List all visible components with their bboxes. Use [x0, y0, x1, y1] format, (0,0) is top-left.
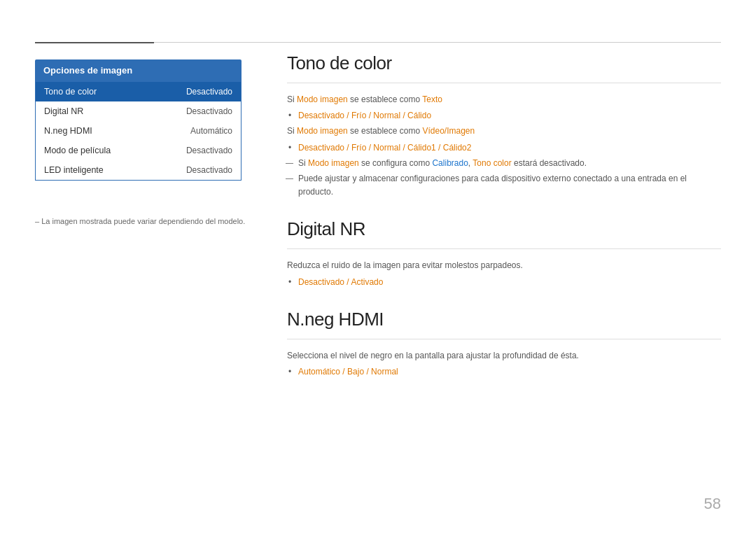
- sidebar-item-nneg-hdmi[interactable]: N.neg HDMI Automático: [36, 121, 241, 141]
- section-title-tono-de-color: Tono de color: [287, 52, 721, 74]
- inline-blue: Calibrado: [432, 158, 468, 168]
- sidebar-item-label: Tono de color: [44, 87, 97, 97]
- section-digital-nr: Digital NR Reduzca el ruido de la imagen…: [287, 218, 721, 288]
- sidebar-item-value: Desactivado: [186, 106, 232, 116]
- inline-orange: Modo imagen: [308, 158, 359, 168]
- page-number: 58: [704, 495, 721, 513]
- section-divider: [287, 248, 721, 249]
- sidebar-item-label: LED inteligente: [44, 165, 104, 175]
- note-item: Puede ajustar y almacenar configuracione…: [298, 172, 721, 199]
- inline-orange: Automático / Bajo / Normal: [298, 367, 398, 377]
- sidebar-item-value: Desactivado: [186, 87, 232, 97]
- section-text: Si Modo imagen se establece como Vídeo/I…: [287, 125, 721, 138]
- inline-orange: Modo imagen: [297, 126, 348, 136]
- inline-orange: Modo imagen: [297, 94, 348, 104]
- sidebar-title: Opciones de imagen: [35, 59, 241, 81]
- sidebar-item-digital-nr[interactable]: Digital NR Desactivado: [36, 101, 241, 121]
- sidebar-item-tono-de-color[interactable]: Tono de color Desactivado: [36, 82, 241, 101]
- inline-orange: Tono color: [472, 158, 511, 168]
- sidebar-note: – La imagen mostrada puede variar depend…: [35, 217, 245, 225]
- note-item: Si Modo imagen se configura como Calibra…: [298, 157, 721, 170]
- bullet-item: Desactivado / Frío / Normal / Cálido: [298, 109, 721, 122]
- sidebar-item-value: Desactivado: [186, 165, 232, 175]
- sidebar-item-value: Desactivado: [186, 146, 232, 155]
- sidebar-item-label: N.neg HDMI: [44, 126, 92, 136]
- sidebar: Opciones de imagen Tono de color Desacti…: [35, 59, 241, 181]
- section-text: Selecciona el nivel de negro en la panta…: [287, 349, 721, 363]
- inline-orange: Desactivado / Frío / Normal / Cálido1 / …: [298, 143, 471, 153]
- inline-orange: Texto: [422, 94, 442, 104]
- section-text: Reduzca el ruido de la imagen para evita…: [287, 259, 721, 272]
- sidebar-item-led-inteligente[interactable]: LED inteligente Desactivado: [36, 160, 241, 180]
- sidebar-item-value: Automático: [190, 126, 232, 136]
- section-tono-de-color: Tono de color Si Modo imagen se establec…: [287, 52, 721, 199]
- section-divider: [287, 339, 721, 339]
- section-title-digital-nr: Digital NR: [287, 218, 721, 240]
- inline-orange: Vídeo/Imagen: [422, 126, 475, 136]
- sidebar-item-label: Digital NR: [44, 106, 83, 116]
- sidebar-menu: Tono de color Desactivado Digital NR Des…: [35, 81, 241, 181]
- inline-orange: Desactivado / Frío / Normal / Cálido: [298, 111, 431, 120]
- section-nneg-hdmi: N.neg HDMI Selecciona el nivel de negro …: [287, 309, 721, 379]
- section-divider: [287, 83, 721, 83]
- inline-orange: Desactivado / Activado: [298, 277, 383, 287]
- bullet-item: Desactivado / Activado: [298, 276, 721, 289]
- bullet-item: Desactivado / Frío / Normal / Cálido1 / …: [298, 141, 721, 155]
- top-line-accent: [35, 42, 154, 43]
- bullet-item: Automático / Bajo / Normal: [298, 365, 721, 379]
- sidebar-item-modo-pelicula[interactable]: Modo de película Desactivado: [36, 141, 241, 160]
- section-text: Si Modo imagen se establece como Texto: [287, 93, 721, 106]
- section-title-nneg-hdmi: N.neg HDMI: [287, 309, 721, 330]
- sidebar-item-label: Modo de película: [44, 146, 111, 155]
- main-content: Tono de color Si Modo imagen se establec…: [287, 52, 721, 398]
